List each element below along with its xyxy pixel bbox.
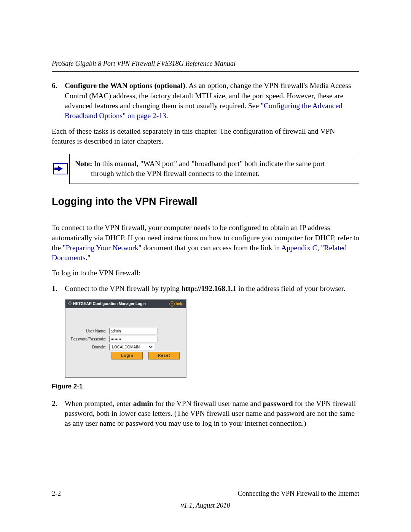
step-1: 1. Connect to the VPN firewall by typing… xyxy=(52,284,359,294)
help-text: help xyxy=(175,301,183,307)
page-footer: 2-2 Connecting the VPN Firewall to the I… xyxy=(52,485,359,510)
step-1-body: Connect to the VPN firewall by typing ht… xyxy=(65,284,359,294)
list-body: Configure the WAN options (optional). As… xyxy=(65,81,359,121)
intro-b: document that you can access from the li… xyxy=(142,244,281,252)
login-title-text: NETGEAR Configuration Manager Login xyxy=(73,302,146,306)
login-form: User Name: Password/Passcode: Domain: LO… xyxy=(65,308,186,377)
intro-para: To connect to the VPN firewall, your com… xyxy=(52,223,359,263)
footer-page-number: 2-2 xyxy=(52,489,61,498)
step-1-num: 1. xyxy=(52,284,65,294)
footer-chapter-title: Connecting the VPN Firewall to the Inter… xyxy=(237,489,359,498)
step-2-body: When prompted, enter admin for the VPN f… xyxy=(65,399,359,429)
step1-a: Connect to the VPN firewall by typing xyxy=(65,284,182,292)
step-2-num: 2. xyxy=(52,399,65,429)
arrow-right-icon xyxy=(53,163,68,174)
label-domain: Domain: xyxy=(69,343,108,351)
to-login-line: To log in to the VPN firewall: xyxy=(52,268,359,278)
section-heading-login: Logging into the VPN Firewall xyxy=(52,195,359,208)
footer-rule xyxy=(52,485,359,485)
item6-tail: . xyxy=(166,112,168,120)
header-rule xyxy=(52,71,359,72)
step-2: 2. When prompted, enter admin for the VP… xyxy=(52,399,359,429)
password-input[interactable] xyxy=(109,336,158,342)
label-password: Password/Passcode: xyxy=(69,335,108,343)
grip-icon xyxy=(68,301,72,305)
step1-url: http://192.168.1.1 xyxy=(182,284,237,292)
note-label: Note: xyxy=(75,160,92,168)
login-button[interactable]: Login xyxy=(112,352,143,359)
help-icon: ? xyxy=(169,301,175,307)
domain-select[interactable]: LOCALDOMAIN xyxy=(109,344,154,350)
note-line1: In this manual, "WAN port" and "broadban… xyxy=(92,160,325,168)
note-container: Note: In this manual, "WAN port" and "br… xyxy=(52,154,359,184)
intro-c: ." xyxy=(86,254,91,262)
help-link[interactable]: ?help xyxy=(169,301,183,307)
note-icon-cell xyxy=(52,154,69,184)
step2-c: for the VPN firewall user name and xyxy=(153,399,263,407)
footer-version: v1.1, August 2010 xyxy=(52,501,359,510)
reset-button[interactable]: Reset xyxy=(148,352,180,359)
xref-preparing-network[interactable]: "Preparing Your Network" xyxy=(63,244,142,252)
note-box: Note: In this manual, "WAN port" and "br… xyxy=(69,154,359,184)
note-line2: through which the VPN firewall connects … xyxy=(75,169,352,179)
list-number: 6. xyxy=(52,81,65,121)
step2-password: password xyxy=(263,399,293,407)
step1-b: in the address field of your browser. xyxy=(236,284,345,292)
username-input[interactable] xyxy=(109,328,158,334)
login-titlebar: NETGEAR Configuration Manager Login ?hel… xyxy=(65,300,186,308)
item6-lead: Configure the WAN options (optional) xyxy=(65,81,185,89)
step2-admin: admin xyxy=(133,399,153,407)
login-title-left: NETGEAR Configuration Manager Login xyxy=(68,301,146,307)
para-tasks-detailed: Each of these tasks is detailed separate… xyxy=(52,126,359,147)
label-username: User Name: xyxy=(69,327,108,335)
login-screenshot: NETGEAR Configuration Manager Login ?hel… xyxy=(65,299,186,378)
step2-a: When prompted, enter xyxy=(65,399,133,407)
running-header: ProSafe Gigabit 8 Port VPN Firewall FVS3… xyxy=(52,59,359,68)
figure-caption: Figure 2-1 xyxy=(52,382,359,391)
list-item-6: 6. Configure the WAN options (optional).… xyxy=(52,81,359,121)
